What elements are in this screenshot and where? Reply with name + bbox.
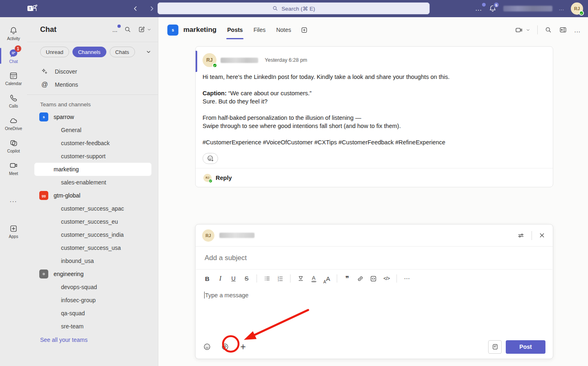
rail-item-meet[interactable]: Meet bbox=[0, 157, 27, 180]
phone-icon bbox=[9, 94, 18, 103]
attach-actions-button[interactable]: + bbox=[237, 341, 249, 353]
back-button[interactable] bbox=[130, 3, 141, 14]
rail-item-chat[interactable]: 1 Chat bbox=[0, 45, 27, 67]
message-input[interactable]: Type a message bbox=[196, 287, 553, 299]
channel-avatar: s bbox=[167, 25, 178, 36]
emoji-add-icon bbox=[207, 155, 214, 162]
sidebar-search-icon[interactable] bbox=[124, 26, 131, 33]
team-row-engineering[interactable]: engineering bbox=[27, 267, 158, 281]
filters-collapse-chevron-icon[interactable] bbox=[146, 49, 151, 55]
reply-button[interactable]: RJ Reply bbox=[196, 168, 553, 187]
account-more-icon[interactable]: ... bbox=[559, 6, 564, 11]
bullet-list-button[interactable] bbox=[262, 273, 272, 284]
channel-search-icon[interactable] bbox=[545, 26, 552, 34]
font-size-button[interactable]: AA bbox=[322, 273, 332, 284]
rail-item-calendar[interactable]: Calendar bbox=[0, 67, 27, 90]
meet-now-button[interactable] bbox=[515, 26, 530, 34]
channel-name: General bbox=[61, 127, 81, 133]
channel-title: marketing bbox=[183, 26, 216, 34]
underline-button[interactable]: U bbox=[228, 273, 239, 284]
channel-more-button[interactable]: ... bbox=[574, 27, 581, 34]
see-all-teams-link[interactable]: See all your teams bbox=[27, 333, 158, 347]
channel-row[interactable]: infosec-group bbox=[34, 294, 151, 307]
team-avatar: s bbox=[39, 112, 48, 121]
quote-button[interactable]: ❞ bbox=[342, 273, 352, 284]
channel-row[interactable]: customer-feedback bbox=[34, 137, 151, 150]
subject-input[interactable]: Add a subject bbox=[196, 247, 552, 269]
code-snippet-button[interactable] bbox=[368, 273, 378, 284]
toolbar-more-button[interactable]: ⋯ bbox=[402, 273, 412, 284]
rail-item-onedrive[interactable]: OneDrive bbox=[0, 112, 27, 135]
close-icon[interactable] bbox=[538, 232, 545, 239]
notification-count-badge: 5 bbox=[493, 2, 500, 8]
channel-row[interactable]: customer_success_usa bbox=[34, 241, 151, 254]
notifications-button[interactable]: 5 bbox=[489, 4, 497, 13]
strikethrough-button[interactable]: S bbox=[241, 273, 252, 284]
bold-button[interactable]: B bbox=[202, 273, 212, 284]
loop-component-button[interactable] bbox=[219, 341, 231, 353]
top-bar: T Search (⌘ E) ... 5 ... bbox=[0, 0, 588, 17]
add-reaction-button[interactable] bbox=[203, 153, 218, 164]
channel-row[interactable]: inbound_usa bbox=[34, 254, 151, 267]
forward-button[interactable] bbox=[146, 3, 157, 14]
sidebar-more-button[interactable]: ... bbox=[112, 26, 117, 33]
filter-channels[interactable]: Channels bbox=[72, 47, 106, 57]
team-row-gtm-global[interactable]: gg gtm-global bbox=[27, 189, 158, 202]
presence-available-icon bbox=[212, 63, 217, 68]
rail-item-apps[interactable]: Apps bbox=[0, 220, 27, 243]
numbered-list-button[interactable]: 123 bbox=[275, 273, 285, 284]
team-row-sparrow[interactable]: s sparrow bbox=[27, 110, 158, 123]
italic-button[interactable]: I bbox=[215, 273, 225, 284]
rail-more-button[interactable]: ... bbox=[0, 189, 27, 211]
channel-row-marketing-selected[interactable]: marketing bbox=[34, 163, 151, 176]
message-placeholder: Type a message bbox=[205, 292, 248, 299]
search-input[interactable]: Search (⌘ E) bbox=[158, 2, 430, 14]
channel-row[interactable]: sales-enablement bbox=[34, 176, 151, 189]
channel-row[interactable]: customer_success_india bbox=[34, 228, 151, 241]
code-block-button[interactable]: </> bbox=[381, 273, 392, 284]
sidebar-item-discover[interactable]: Discover bbox=[27, 65, 158, 78]
team-name: engineering bbox=[54, 271, 83, 277]
channel-row[interactable]: devops-squad bbox=[34, 281, 151, 294]
link-button[interactable] bbox=[355, 273, 365, 284]
svg-text:3: 3 bbox=[277, 280, 279, 282]
font-color-button[interactable]: A bbox=[309, 273, 319, 284]
apps-icon bbox=[9, 224, 18, 233]
emoji-button[interactable] bbox=[201, 341, 213, 353]
rail-item-activity[interactable]: Activity bbox=[0, 22, 27, 45]
channel-row[interactable]: customer-support bbox=[34, 150, 151, 163]
channel-header-actions: ... bbox=[515, 25, 581, 34]
add-tab-button[interactable] bbox=[300, 26, 308, 34]
team-avatar: gg bbox=[39, 191, 48, 200]
sidebar-item-mentions[interactable]: @ Mentions bbox=[27, 78, 158, 91]
topbar-more-button[interactable]: ... bbox=[475, 5, 482, 12]
open-side-panel-icon[interactable] bbox=[559, 26, 567, 34]
author-avatar[interactable]: RJ bbox=[203, 53, 216, 67]
message-options-icon bbox=[491, 343, 499, 350]
filter-unread[interactable]: Unread bbox=[40, 47, 69, 57]
channel-row[interactable]: General bbox=[34, 123, 151, 137]
teams-app-window: T Search (⌘ E) ... 5 ... bbox=[0, 0, 588, 366]
channel-name: customer_success_usa bbox=[61, 245, 121, 251]
channel-row[interactable]: customer_success_eu bbox=[34, 215, 151, 228]
highlight-button[interactable] bbox=[295, 273, 306, 284]
channel-name: sre-team bbox=[61, 323, 83, 330]
message-paragraph: Hi team, here's the LinkedIn post for to… bbox=[203, 73, 545, 81]
tab-posts[interactable]: Posts bbox=[227, 17, 243, 43]
topbar-right-cluster: ... 5 ... RJ bbox=[475, 0, 583, 17]
channel-row[interactable]: customer_success_apac bbox=[34, 202, 151, 215]
tab-notes[interactable]: Notes bbox=[276, 17, 291, 43]
channel-row[interactable]: qa-squad bbox=[34, 307, 151, 320]
delivery-options-button[interactable] bbox=[488, 340, 502, 354]
new-message-button[interactable] bbox=[138, 26, 151, 33]
tab-files[interactable]: Files bbox=[253, 17, 266, 43]
rail-item-copilot[interactable]: Copilot bbox=[0, 135, 27, 157]
rail-item-calls[interactable]: Calls bbox=[0, 90, 27, 112]
post-button[interactable]: Post bbox=[506, 340, 545, 354]
filter-chats[interactable]: Chats bbox=[110, 47, 135, 57]
channel-row[interactable]: sre-team bbox=[34, 320, 151, 333]
chevron-down-icon bbox=[147, 27, 151, 32]
profile-avatar[interactable]: RJ bbox=[571, 2, 583, 15]
message-settings-icon[interactable] bbox=[517, 231, 525, 240]
channel-header: s marketing Posts Files Notes ... bbox=[158, 17, 588, 43]
